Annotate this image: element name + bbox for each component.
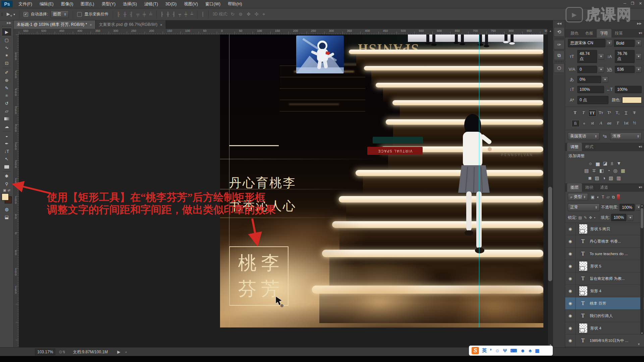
layer-row[interactable]: ◉T丹心育桃李 书香... <box>565 235 644 248</box>
font-size-field[interactable]: 48.74 点 <box>577 50 597 63</box>
fractions-button[interactable]: ½ <box>631 120 638 126</box>
lock-all-icon[interactable]: ▪ <box>594 216 595 220</box>
levels-icon[interactable]: ▅ <box>596 161 600 166</box>
baseline-shift-field[interactable]: 0 点 <box>577 96 608 104</box>
text-color-swatch[interactable] <box>622 97 642 103</box>
layer-row[interactable]: ◉矩形 4 <box>565 285 644 297</box>
foreground-color-swatch[interactable] <box>2 193 9 200</box>
tab-channels[interactable]: 通道 <box>597 183 611 192</box>
panel-collapse-button[interactable]: ▶▶ <box>565 20 644 29</box>
document-tab[interactable]: 文案要求.psd @ 66.7%(RGB/8#)× <box>96 20 166 29</box>
tab-close-icon[interactable]: × <box>160 23 162 27</box>
sogou-lang-icon[interactable]: 英 <box>482 348 487 354</box>
guide-line[interactable] <box>479 35 479 327</box>
move-tool-preview-icon[interactable]: ▶✛ ▾ <box>7 11 15 17</box>
tsume-dropdown[interactable]: ▼ <box>602 76 608 83</box>
titling-alt-button[interactable]: T <box>614 120 622 126</box>
tab-character[interactable]: 字符 <box>597 29 611 38</box>
layer-row[interactable]: ◉T1985年9月10日为中 ... <box>565 335 644 347</box>
ruler-corner[interactable] <box>13 29 19 35</box>
seal-text-box[interactable]: 桃 李 芬 芳 <box>229 246 288 306</box>
stylistic-alt-button[interactable]: aa <box>606 120 613 126</box>
layer-row[interactable]: ◉T桃李 芬芳 <box>565 297 644 310</box>
distribute-icon[interactable]: ┷ <box>191 12 193 17</box>
menu-滤镜(T)[interactable]: 滤镜(T) <box>141 0 162 8</box>
3d-panel-icon[interactable]: ⬡ <box>554 63 565 73</box>
layer-row[interactable]: ◉TTo sure teachers do ... <box>565 248 644 260</box>
gradient-map-icon[interactable]: ▧ <box>609 175 613 181</box>
layers-scroll-thumb[interactable] <box>641 208 643 228</box>
filter-shape-icon[interactable]: ▱ <box>606 195 609 199</box>
rectangle-tool[interactable] <box>2 163 11 171</box>
marquee-tool[interactable]: ▢ <box>2 36 11 44</box>
move-tool[interactable]: ▶ <box>2 28 12 36</box>
brush-tool[interactable]: ✎ <box>2 84 11 92</box>
panel-menu-icon[interactable]: ▾≡ <box>639 31 642 35</box>
layer-row[interactable]: ◉形状 4 <box>565 322 644 335</box>
maximize-button[interactable]: ❐ <box>631 1 634 6</box>
layer-visibility-eye-icon[interactable]: ◉ <box>565 235 576 247</box>
clone-source-panel-icon[interactable]: ⧉ <box>554 51 565 60</box>
superscript-button[interactable]: T¹ <box>606 110 613 116</box>
scroll-left-nub[interactable]: ◂ <box>125 350 127 354</box>
menu-类型(Y)[interactable]: 类型(Y) <box>98 0 119 8</box>
horizontal-ruler[interactable]: 5505004504003503002502001501005005010015… <box>19 29 547 35</box>
tab-layers[interactable]: 图层 <box>567 183 582 192</box>
ordinals-button[interactable]: 1st <box>623 120 630 126</box>
tab-adjustments[interactable]: 调整 <box>567 143 582 151</box>
close-button[interactable]: ✕ <box>639 1 642 6</box>
language-dropdown[interactable]: 美国英语⇕ <box>568 132 599 140</box>
swash-button[interactable]: A <box>597 120 605 126</box>
sogou-skin-icon[interactable]: ♣ <box>529 348 532 353</box>
font-family-dropdown[interactable]: ▼ <box>607 40 612 46</box>
layer-visibility-eye-icon[interactable]: ◉ <box>565 335 576 347</box>
lock-paint-icon[interactable]: ✎ <box>584 216 587 220</box>
discretionary-lig-button[interactable]: st <box>589 120 596 126</box>
opacity-field[interactable]: 100% <box>620 204 635 211</box>
canvas-vscroll-thumb[interactable] <box>548 187 552 281</box>
fill-dropdown[interactable]: ▼ <box>628 215 633 221</box>
lasso-tool[interactable]: ∿ <box>2 44 11 52</box>
panel-menu-icon[interactable]: ▾≡ <box>639 145 642 148</box>
tab-color[interactable]: 颜色 <box>567 29 582 38</box>
layer-visibility-eye-icon[interactable]: ◉ <box>565 273 576 285</box>
menu-图层(L)[interactable]: 图层(L) <box>77 0 98 8</box>
distribute-icon[interactable]: ╂ <box>167 12 169 17</box>
distribute-icon[interactable]: ┿ <box>184 12 187 17</box>
auto-select-checkbox[interactable]: ✓ <box>23 12 28 17</box>
lock-position-icon[interactable]: ✥ <box>589 216 592 220</box>
sogou-keyboard-icon[interactable]: ⌨ <box>510 348 517 353</box>
photo-filter-icon[interactable]: ◔ <box>607 168 610 173</box>
type-tool[interactable]: ↓T <box>2 147 11 155</box>
mode-icon[interactable]: ↻ <box>231 11 235 17</box>
hand-tool[interactable]: ✱ <box>2 172 11 180</box>
menu-窗口(W)[interactable]: 窗口(W) <box>202 0 224 8</box>
align-icon[interactable]: ╤ <box>136 12 139 17</box>
toolbar-collapse-button[interactable]: ▶▶ <box>0 20 13 26</box>
history-brush-tool[interactable]: ↺ <box>2 100 11 107</box>
ligatures-button[interactable]: fi <box>572 120 580 127</box>
menu-帮助(H)[interactable]: 帮助(H) <box>224 0 246 8</box>
sogou-punct-icon[interactable]: ❜ <box>490 348 492 353</box>
font-size-dropdown[interactable]: ▼ <box>598 53 604 60</box>
layer-row[interactable]: ◉形状 5 拷贝 <box>565 223 644 235</box>
clone-stamp-tool[interactable]: ⍟ <box>2 92 11 100</box>
leading-field[interactable]: 76.76 点 <box>615 50 635 63</box>
layer-row[interactable]: ◉T我们的引路人 <box>565 310 644 322</box>
mode-icon[interactable]: ✥ <box>247 11 251 17</box>
align-icon[interactable]: ╧ <box>149 12 152 17</box>
layers-scrollbar[interactable]: ▲ ▼ <box>640 204 644 335</box>
channel-mixer-icon[interactable]: ◎ <box>613 168 618 173</box>
mode-icon[interactable]: ✣ <box>255 11 259 17</box>
screen-mode-button[interactable]: ⬓ <box>2 213 11 221</box>
selective-color-icon[interactable]: ▥ <box>616 175 621 181</box>
distribute-icon[interactable]: ┠ <box>161 12 163 17</box>
document-tab[interactable]: 未标题-1 @ 103% (桃李 芬芳, RGB/8) *× <box>13 20 96 29</box>
dodge-tool[interactable]: ◒ <box>2 132 11 140</box>
subscript-button[interactable]: T₁ <box>614 110 622 116</box>
underline-button[interactable]: T <box>623 110 630 116</box>
tsume-field[interactable]: 0% <box>577 76 601 83</box>
kerning-field[interactable]: 0 <box>577 66 597 73</box>
healing-brush-tool[interactable]: ⊕ <box>2 76 11 84</box>
smudge-tool[interactable]: ☁ <box>2 123 11 130</box>
